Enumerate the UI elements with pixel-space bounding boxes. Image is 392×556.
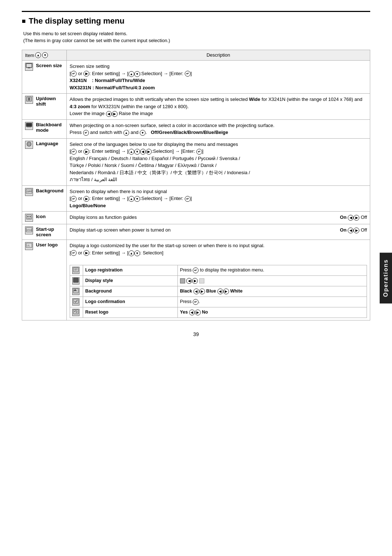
rs-right: ▶ — [195, 310, 201, 315]
svg-rect-30 — [73, 299, 78, 303]
sub-value-reset: Yes ◀▶ No — [177, 307, 367, 318]
sub-label-reset: Reset logo — [83, 307, 177, 318]
ds-right: ▶ — [192, 278, 198, 284]
userlogo-sub-table: Logo registration Press ↵ to display the… — [70, 265, 367, 318]
svg-rect-24 — [73, 267, 78, 272]
svg-rect-7 — [26, 123, 32, 127]
bg-right: ▶ — [199, 289, 205, 294]
blackboard-label: Blackboardmode — [36, 122, 62, 133]
sub-value-confirm: Press ↵. — [177, 297, 367, 307]
item-icon: Icon — [22, 212, 67, 224]
table-row: OFF Background Screen to display when th… — [22, 185, 370, 212]
svg-point-18 — [29, 216, 31, 217]
blackboard-desc: When projecting on a non-screen surface,… — [66, 119, 370, 138]
svg-text:UL: UL — [27, 244, 30, 247]
svg-rect-8 — [27, 127, 31, 127]
icon-icon — [25, 214, 33, 222]
sq-dark-1 — [180, 278, 185, 283]
page-title: The display setting menu — [22, 11, 370, 26]
enter-lang: ↵ — [71, 149, 77, 155]
sub-label-display: Display style — [83, 275, 177, 286]
enter-bb: ↵ — [83, 130, 89, 136]
table-row: Blackboardmode When projecting on a non-… — [22, 119, 370, 138]
icon-onoff: On ◀▶ Off — [340, 214, 367, 221]
bg-left: ◀ — [193, 289, 199, 294]
operations-tab: Operations — [380, 253, 392, 303]
sub-row-display-style: Display style ◀▶ — [70, 275, 367, 286]
settings-table: Item ▲ ▼ Description Screen size — [22, 50, 370, 320]
u-ul: ▲ — [128, 250, 134, 256]
table-row: Language Select one of the languages bel… — [22, 138, 370, 185]
sub-icon-bg — [70, 286, 83, 297]
bg-right2: ▶ — [223, 289, 229, 294]
right-c: ▶ — [112, 111, 118, 117]
sub-value-display: ◀▶ — [177, 275, 367, 286]
screen-size-desc: Screen size setting [↵ or ▶: Enter setti… — [66, 61, 370, 94]
startup-desc: Display start-up screen when power is tu… — [66, 224, 370, 240]
ds-left: ◀ — [186, 278, 192, 284]
item-down-arrow[interactable]: ▼ — [42, 52, 48, 58]
right-ul: ▶ — [83, 250, 89, 256]
enter-circle: ↵ — [71, 71, 77, 77]
background-icon: OFF — [25, 188, 33, 196]
item-background: OFF Background — [22, 185, 67, 212]
screen-size-icon — [25, 63, 33, 71]
reset-icon — [72, 309, 79, 316]
dn-btn: ▼ — [134, 71, 140, 77]
d-bg: ▼ — [134, 196, 140, 202]
bg-icon — [72, 288, 79, 295]
su-left: ◀ — [348, 228, 354, 233]
screen-size-label: Screen size — [36, 63, 62, 68]
sub-row-background: Background Black ◀▶ Blue ◀▶ White — [70, 286, 367, 297]
table-row: START Start-upscreen Display start-up sc… — [22, 224, 370, 240]
sq-light-1 — [199, 278, 204, 283]
d-lang: ▼ — [134, 149, 140, 155]
sub-icon-display — [70, 275, 83, 286]
sub-value-bg: Black ◀▶ Blue ◀▶ White — [177, 286, 367, 297]
startup-label: Start-upscreen — [36, 226, 54, 237]
up-btn: ▲ — [128, 71, 134, 77]
item-screen-size: Screen size — [22, 61, 67, 94]
reg-icon — [72, 267, 79, 274]
table-row: UL User logo Display a logo customized b… — [22, 240, 370, 320]
updown-desc: Allows the projected images to shift ver… — [66, 94, 370, 120]
d-ul: ▼ — [134, 250, 140, 256]
confirm-icon — [72, 298, 79, 306]
sub-label-reg: Logo registration — [83, 265, 177, 275]
table-row: Screen size Screen size setting [↵ or ▶:… — [22, 61, 370, 94]
enter-c2: ↵ — [185, 71, 191, 77]
item-language: Language — [22, 138, 67, 185]
left-c: ◀ — [106, 111, 112, 117]
sub-row-logo-confirm: Logo confirmation Press ↵. — [70, 297, 367, 307]
table-row: Icon Display icons as function guides On… — [22, 212, 370, 224]
right-bg: ▶ — [83, 196, 89, 202]
bg-left2: ◀ — [217, 289, 223, 294]
table-row: Up/downshift Allows the projected images… — [22, 94, 370, 120]
item-up-arrow[interactable]: ▲ — [35, 52, 41, 58]
updown-icon — [25, 96, 33, 104]
up-bb: ▲ — [123, 130, 129, 136]
svg-point-17 — [27, 216, 29, 217]
svg-marker-29 — [73, 289, 77, 291]
sub-icon-reg — [70, 265, 83, 275]
enter-bg: ↵ — [71, 196, 77, 202]
enter-confirm: ↵ — [193, 299, 199, 305]
language-label: Language — [36, 141, 58, 146]
page-number: 39 — [22, 331, 370, 337]
sub-icon-reset — [70, 307, 83, 318]
userlogo-desc: Display a logo customized by the user fo… — [66, 240, 370, 320]
item-startup: START Start-upscreen — [22, 224, 67, 240]
svg-rect-0 — [26, 64, 32, 68]
userlogo-icon: UL — [25, 242, 33, 250]
l-lang: ◀ — [140, 149, 146, 155]
svg-rect-31 — [73, 310, 78, 314]
startup-onoff: On ◀▶ Off — [340, 226, 367, 234]
e-bg: ↵ — [185, 196, 191, 202]
svg-rect-27 — [73, 278, 78, 282]
enter-reg: ↵ — [193, 267, 199, 273]
u-bg: ▲ — [128, 196, 134, 202]
language-icon — [25, 141, 33, 149]
ic-left: ◀ — [348, 215, 354, 221]
e-lang: ↵ — [196, 149, 202, 155]
background-desc: Screen to display when there is no input… — [66, 185, 370, 212]
